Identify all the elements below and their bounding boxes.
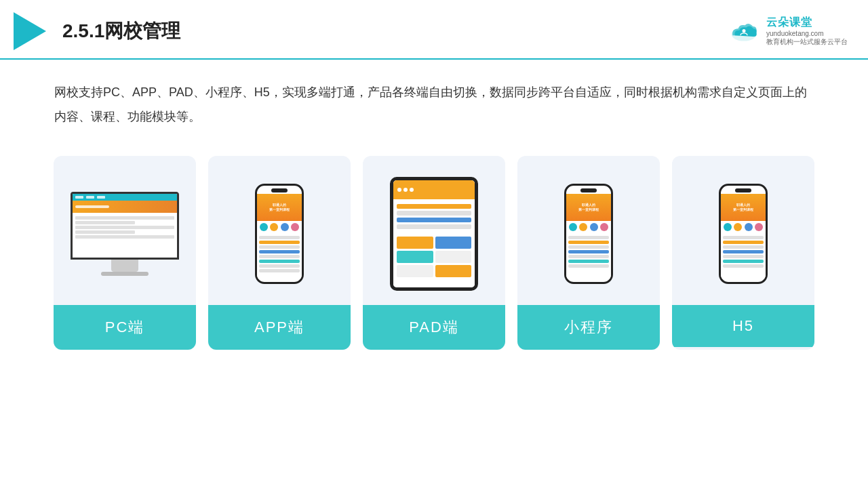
icon-1 [260, 223, 268, 231]
card-pc-label[interactable]: PC端 [54, 305, 196, 350]
nav-dot-3 [97, 196, 105, 199]
mini-row [568, 264, 609, 268]
tablet-dot [410, 188, 414, 192]
card-pc: PC端 [54, 156, 196, 350]
header-left: 2.5.1网校管理 [14, 12, 180, 50]
page-title: 2.5.1网校管理 [62, 18, 180, 44]
card-app-label[interactable]: APP端 [208, 305, 351, 350]
mini-content [566, 233, 611, 270]
card-pc-image [54, 156, 196, 305]
row-4 [259, 250, 300, 253]
card-pad: PAD端 [363, 156, 505, 350]
nav-dot-1 [75, 196, 83, 199]
h5-row [723, 245, 764, 249]
grid-cell [397, 265, 433, 277]
mini-row [568, 255, 609, 258]
mini-row [568, 236, 609, 239]
card-pad-image [363, 156, 505, 305]
phone-screen-mini: 职通人的第一堂判课程 [566, 194, 611, 279]
card-h5-image: 职通人的第一堂判课程 [672, 156, 814, 305]
icon-2 [270, 223, 278, 231]
logo-name: 云朵课堂 [766, 16, 812, 30]
tablet-dot [403, 188, 408, 192]
card-app-image: 职通人的第一堂判课程 [208, 156, 351, 305]
phone-mockup-mini: 职通人的第一堂判课程 [564, 184, 613, 284]
row-8 [259, 269, 300, 272]
card-miniprogram: 职通人的第一堂判课程 [517, 156, 660, 350]
cards-container: PC端 职通人的第一堂判课程 [0, 136, 868, 370]
phone-mockup-h5: 职通人的第一堂判课程 [719, 184, 768, 284]
description: 网校支持PC、APP、PAD、小程序、H5，实现多端打通，产品各终端自由切换，数… [0, 60, 868, 136]
content-row [75, 226, 174, 229]
phone-notch-h5 [735, 188, 751, 192]
grid-cell [397, 251, 433, 263]
grid-cell [435, 251, 472, 263]
pc-nav [73, 194, 177, 201]
phone-screen: 职通人的第一堂判课程 [257, 194, 302, 279]
h5-icons [721, 221, 766, 233]
content-row [75, 216, 174, 220]
pc-banner [73, 201, 177, 213]
logo-url: yunduoketang.com [766, 30, 824, 37]
grid-cell [397, 237, 433, 249]
mini-banner: 职通人的第一堂判课程 [566, 194, 611, 221]
pc-content [73, 213, 177, 242]
h5-row [723, 264, 764, 268]
mini-row [568, 250, 609, 253]
row-7 [259, 264, 300, 268]
tablet-row [397, 211, 471, 216]
mini-icon-2 [579, 223, 587, 231]
cloud-logo-icon [727, 18, 761, 44]
logo-text: 云朵课堂 yunduoketang.com 教育机构一站式服务云平台 [766, 16, 848, 47]
h5-banner-text: 职通人的第一堂判课程 [733, 203, 753, 212]
phone-notch [271, 188, 288, 192]
tablet-grid [393, 234, 475, 280]
monitor-base [101, 272, 149, 276]
phone-mockup-app: 职通人的第一堂判课程 [255, 184, 304, 284]
row-5 [259, 255, 300, 258]
card-pad-label[interactable]: PAD端 [363, 305, 505, 350]
phone-notch-mini [580, 188, 597, 192]
nav-dot-2 [86, 196, 94, 199]
tablet-row [397, 218, 471, 222]
icon-4 [291, 223, 299, 231]
logo-subtitle: 教育机构一站式服务云平台 [766, 37, 848, 47]
tablet-content [393, 199, 475, 234]
logo-area: 云朵课堂 yunduoketang.com 教育机构一站式服务云平台 [727, 16, 848, 47]
mini-icons [566, 221, 611, 233]
h5-row [723, 260, 764, 263]
content-row [75, 230, 135, 234]
description-text: 网校支持PC、APP、PAD、小程序、H5，实现多端打通，产品各终端自由切换，数… [54, 85, 807, 123]
h5-content [721, 233, 766, 270]
svg-point-1 [743, 29, 746, 33]
card-miniprogram-image: 职通人的第一堂判课程 [517, 156, 660, 305]
play-icon [14, 12, 46, 50]
phone-screen-h5: 职通人的第一堂判课程 [721, 194, 766, 279]
tablet-top [393, 180, 475, 199]
row-6 [259, 260, 300, 263]
tablet-screen [393, 180, 475, 287]
mini-icon-3 [590, 223, 598, 231]
card-app: 职通人的第一堂判课程 [208, 156, 351, 350]
monitor-mockup [67, 192, 182, 276]
grid-cell [435, 265, 472, 277]
app-icons [257, 221, 302, 233]
grid-cell [435, 237, 472, 249]
tablet-row [397, 204, 471, 209]
h5-row [723, 255, 764, 258]
card-mini-label[interactable]: 小程序 [517, 305, 660, 350]
mini-icon-4 [600, 223, 608, 231]
app-banner: 职通人的第一堂判课程 [257, 194, 302, 221]
content-row [75, 235, 174, 239]
card-h5-label[interactable]: H5 [672, 305, 814, 347]
h5-banner: 职通人的第一堂判课程 [721, 194, 766, 221]
banner-text [75, 205, 109, 208]
mini-row [568, 241, 609, 244]
tablet-row [397, 224, 471, 229]
header: 2.5.1网校管理 云朵课堂 yunduoketang.com 教育机构一站式服… [0, 0, 868, 60]
monitor-stand [111, 260, 138, 272]
mini-banner-text: 职通人的第一堂判课程 [578, 203, 599, 212]
mini-row [568, 260, 609, 263]
tablet-dot [397, 188, 401, 192]
monitor-screen [71, 192, 179, 260]
